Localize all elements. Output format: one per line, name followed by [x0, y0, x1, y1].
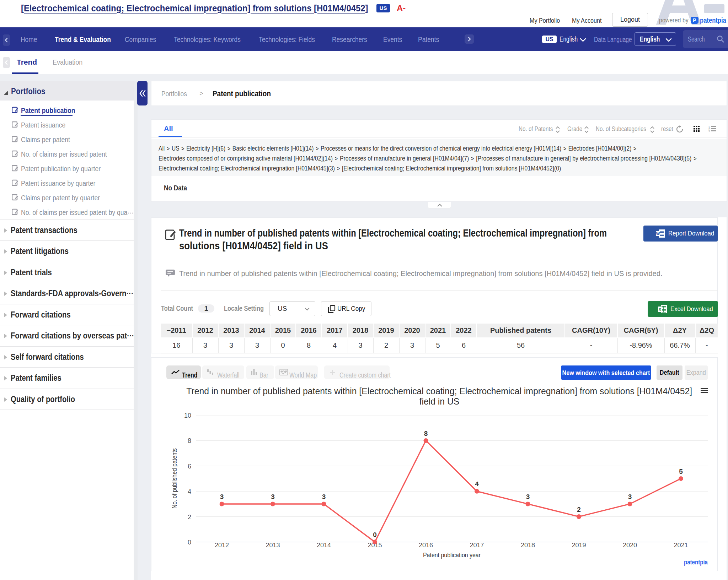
svg-text:3: 3 — [322, 493, 326, 500]
svg-text:5: 5 — [679, 468, 683, 475]
svg-text:8: 8 — [188, 437, 191, 444]
svg-text:3: 3 — [708, 130, 710, 132]
svg-text:8: 8 — [424, 430, 428, 437]
svg-text:Patent publication year: Patent publication year — [423, 552, 481, 559]
svg-text:2012: 2012 — [215, 542, 229, 549]
svg-text:2013: 2013 — [266, 542, 280, 549]
svg-text:3: 3 — [526, 493, 530, 500]
svg-text:3: 3 — [628, 493, 632, 500]
svg-text:2020: 2020 — [623, 542, 637, 549]
svg-text:2: 2 — [188, 514, 191, 521]
svg-text:2016: 2016 — [419, 542, 433, 549]
svg-text:0: 0 — [373, 531, 377, 538]
svg-text:2019: 2019 — [572, 542, 586, 549]
svg-text:3: 3 — [220, 493, 224, 500]
svg-text:10: 10 — [184, 412, 191, 419]
svg-text:2014: 2014 — [317, 542, 331, 549]
svg-text:2: 2 — [577, 506, 581, 513]
svg-text:W: W — [656, 232, 660, 236]
svg-text:4: 4 — [188, 488, 191, 495]
svg-text:X: X — [659, 307, 662, 311]
svg-text:3: 3 — [271, 493, 275, 500]
svg-text:0: 0 — [188, 539, 191, 546]
svg-text:2017: 2017 — [470, 542, 484, 549]
svg-text:2021: 2021 — [674, 542, 688, 549]
svg-text:4: 4 — [475, 480, 479, 488]
svg-text:6: 6 — [188, 463, 191, 470]
svg-text:patentpia: patentpia — [684, 559, 708, 566]
svg-text:No. of published patents: No. of published patents — [171, 448, 178, 509]
svg-text:2018: 2018 — [521, 542, 535, 549]
